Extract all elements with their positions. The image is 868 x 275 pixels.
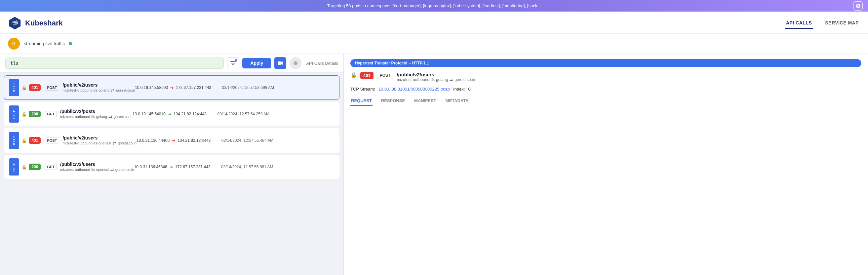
table-row[interactable]: HTTP 🔒 401 POST /public/v2/users mizutes… — [4, 75, 339, 100]
tab-manifest[interactable]: MANIFEST — [413, 96, 437, 106]
api-calls-details-label: API Calls Details — [306, 61, 338, 66]
detail-status-badge: 401 — [360, 72, 373, 79]
status-badge: 401 — [29, 137, 41, 144]
svg-marker-8 — [281, 61, 283, 65]
ip-from: 10.0.31.136:46346 — [134, 164, 167, 169]
nav-tabs: API CALLS SERVICE MAP — [785, 18, 860, 29]
timestamp: 03/14/2024, 12:57:55.484 AM — [211, 138, 273, 143]
exchange-icon: ⇄ — [111, 88, 115, 93]
video-button[interactable] — [274, 57, 286, 69]
detail-lock-icon: 🔒 — [350, 72, 357, 78]
table-row[interactable]: HTTP 🔒 200 GET /public/v2/posts mizutest… — [4, 102, 339, 126]
right-panel: Hypertext Transfer Protocol -- HTTP/1.1 … — [344, 54, 868, 275]
table-row[interactable]: HTTP 🔒 401 POST /public/v2/users mizutes… — [4, 128, 339, 153]
row-content: 200 GET /public/v2/posts mizutest-outbou… — [29, 109, 335, 119]
ip-info: 10.0.19.145:54010 ➜ 104.21.82.124:443 — [132, 112, 207, 117]
dest: gorest.co.in — [115, 167, 134, 172]
filter-bar: Apply API Calls Details — [0, 54, 343, 73]
source-dest: mizutest-outbound-tls-openssl ⇄ gorest.c… — [62, 141, 136, 146]
source: mizutest-outbound-tls-openssl — [60, 167, 109, 172]
detail-path-area: /public/v2/users mizutest-outbound-tls-g… — [397, 72, 475, 82]
row-path-area: /public/v2/users mizutest-outbound-tls-o… — [60, 162, 134, 172]
banner-text: Targeting 58 pods in namespaces [cert-ma… — [327, 3, 541, 8]
exchange-icon: ⇄ — [110, 167, 114, 172]
row-content: 401 POST /public/v2/users mizutest-outbo… — [29, 82, 335, 93]
protocol-badge: HTTP — [9, 158, 19, 176]
ip-from: 10.0.19.145:58690 — [135, 85, 168, 90]
tcp-stream-link[interactable]: 10.0.0.88:31001/000000000225.pcap — [378, 87, 450, 92]
detail-tabs: REQUEST RESPONSE MANIFEST METADATA — [350, 96, 861, 106]
source: mizutest-outbound-tls-golang — [62, 88, 110, 92]
ip-info: 10.0.31.136:44400 ➜ 104.21.82.124:443 — [136, 138, 211, 143]
live-indicator — [69, 42, 72, 45]
protocol-badge: HTTP — [9, 132, 19, 149]
top-banner: Targeting 58 pods in namespaces [cert-ma… — [0, 0, 868, 11]
ip-to: 104.21.82.124:443 — [174, 112, 207, 116]
detail-exchange-icon: ⇄ — [450, 78, 453, 82]
method-badge: POST — [44, 85, 59, 91]
tab-metadata[interactable]: METADATA — [445, 96, 469, 106]
method-badge: GET — [44, 164, 57, 170]
filter-input[interactable] — [5, 58, 224, 69]
lock-icon: 🔒 — [22, 164, 27, 170]
ip-to: 104.21.82.124:443 — [178, 138, 211, 143]
detail-source: mizutest-outbound-tls-golang — [397, 78, 448, 82]
status-badge: 200 — [29, 111, 41, 117]
detail-source-line: mizutest-outbound-tls-golang ⇄ gorest.co… — [397, 78, 475, 82]
tcp-stream-label: TCP Stream: — [350, 87, 375, 92]
dest: gorest.co.in — [114, 115, 132, 119]
timestamp: 03/14/2024, 12:57:54.259 AM — [207, 112, 269, 116]
status-badge: 200 — [29, 163, 41, 170]
table-row[interactable]: HTTP 🔒 200 GET /public/v2/users mizutest… — [4, 155, 339, 179]
lock-icon: 🔒 — [22, 112, 27, 117]
source: mizutest-outbound-tls-openssl — [62, 141, 111, 145]
ip-info: 10.0.19.145:58690 ➜ 172.67.157.231:443 — [135, 85, 211, 90]
filter-options-button[interactable] — [227, 57, 239, 69]
tab-response[interactable]: RESPONSE — [380, 96, 406, 106]
ip-info: 10.0.31.136:46346 ➜ 172.67.157.231:443 — [134, 164, 211, 170]
source-dest: mizutest-outbound-tls-golang ⇄ gorest.co… — [60, 114, 132, 119]
path: /public/v2/posts — [60, 109, 130, 114]
method-badge: POST — [44, 138, 59, 144]
source: mizutest-outbound-tls-golang — [60, 115, 107, 119]
row-left: 200 GET /public/v2/posts mizutest-outbou… — [29, 109, 132, 119]
settings-icon[interactable] — [854, 1, 863, 10]
method-badge: GET — [44, 111, 57, 117]
dest: gorest.co.in — [116, 88, 135, 92]
logo-text: Kubeshark — [25, 19, 63, 27]
tab-service-map[interactable]: SERVICE MAP — [824, 18, 860, 29]
tcp-stream-row: TCP Stream: 10.0.0.88:31001/000000000225… — [350, 87, 861, 92]
apply-button[interactable]: Apply — [242, 58, 271, 68]
row-left: 401 POST /public/v2/users mizutest-outbo… — [29, 82, 135, 93]
path: /public/v2/users — [62, 82, 132, 88]
row-path-area: /public/v2/users mizutest-outbound-tls-o… — [62, 135, 136, 146]
left-panel: Apply API Calls Details HTTP 🔒 — [0, 54, 344, 275]
svg-rect-7 — [278, 61, 281, 65]
ip-to: 172.67.157.231:443 — [175, 164, 211, 169]
tab-api-calls[interactable]: API CALLS — [785, 18, 813, 29]
row-left: 200 GET /public/v2/users mizutest-outbou… — [29, 162, 134, 172]
index-value: 0 — [468, 87, 470, 92]
protocol-tag: Hypertext Transfer Protocol -- HTTP/1.1 — [350, 59, 861, 67]
pause-button[interactable] — [8, 38, 20, 50]
index-label: Index: — [453, 87, 465, 92]
lock-icon: 🔒 — [22, 85, 27, 90]
record-button[interactable] — [289, 57, 302, 69]
exchange-icon: ⇄ — [108, 114, 113, 119]
row-path-area: /public/v2/users mizutest-outbound-tls-g… — [62, 82, 135, 93]
filter-dot — [235, 59, 237, 61]
timestamp: 03/14/2024, 12:57:53.698 AM — [211, 85, 274, 90]
timestamp: 03/14/2024, 12:57:55.981 AM — [211, 164, 273, 169]
lock-icon: 🔒 — [22, 138, 27, 143]
svg-text:🦈: 🦈 — [11, 20, 19, 27]
svg-rect-2 — [12, 42, 13, 45]
source-dest: mizutest-outbound-tls-openssl ⇄ gorest.c… — [60, 167, 134, 172]
status-badge: 401 — [29, 84, 41, 91]
svg-point-9 — [294, 61, 298, 65]
row-path-area: /public/v2/posts mizutest-outbound-tls-g… — [60, 109, 132, 119]
logo-area: 🦈 Kubeshark — [8, 16, 63, 30]
protocol-badge: HTTP — [9, 79, 19, 96]
dest: gorest.co.in — [118, 141, 136, 145]
tab-request[interactable]: REQUEST — [350, 96, 373, 106]
arrow-icon: ➜ — [170, 85, 174, 90]
